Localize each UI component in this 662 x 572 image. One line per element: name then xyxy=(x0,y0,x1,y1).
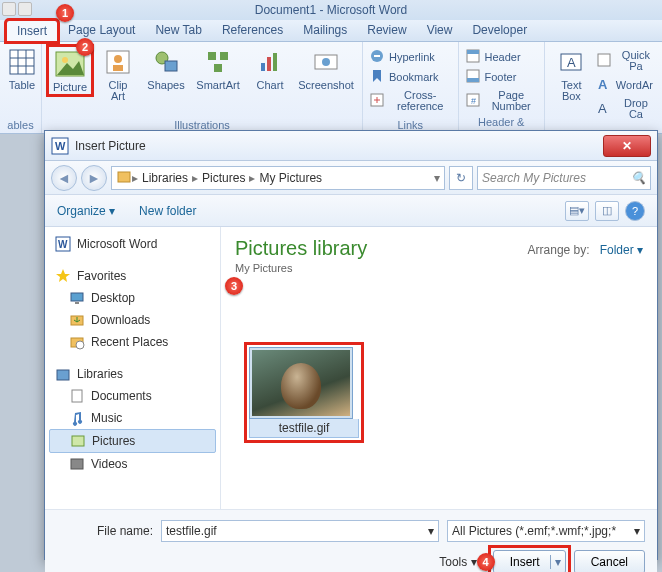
textbox-button[interactable]: A Text Box xyxy=(551,46,592,102)
chevron-down-icon: ▾ xyxy=(428,524,434,538)
svg-point-19 xyxy=(322,58,330,66)
svg-rect-35 xyxy=(118,172,130,182)
crumb-libraries[interactable]: Libraries xyxy=(138,171,192,185)
pagenum-button[interactable]: # Page Number xyxy=(465,88,538,112)
clipart-button[interactable]: Clip Art xyxy=(96,46,140,102)
svg-rect-12 xyxy=(208,52,216,60)
sidebar-item-label: Libraries xyxy=(77,367,123,381)
libraries-icon xyxy=(116,168,132,187)
sidebar-item-favorites[interactable]: Favorites xyxy=(49,265,216,287)
arrange-by-dropdown[interactable]: Folder ▾ xyxy=(600,243,643,257)
sidebar-item-downloads[interactable]: Downloads xyxy=(49,309,216,331)
svg-rect-30 xyxy=(598,54,610,66)
group-links: Hyperlink Bookmark Cross-reference Links xyxy=(363,42,459,133)
svg-rect-14 xyxy=(214,64,222,72)
insert-picture-dialog: W Insert Picture ✕ ◄ ► ▸ Libraries ▸ Pic… xyxy=(44,130,658,560)
crumb-pictures[interactable]: Pictures xyxy=(198,171,249,185)
new-folder-button[interactable]: New folder xyxy=(139,204,196,218)
desktop-icon xyxy=(69,290,85,306)
header-label: Header xyxy=(485,52,521,63)
forward-button[interactable]: ► xyxy=(81,165,107,191)
library-subtitle: My Pictures xyxy=(235,262,643,274)
tab-insert[interactable]: Insert xyxy=(6,20,58,42)
qat-item[interactable] xyxy=(18,2,32,16)
back-button[interactable]: ◄ xyxy=(51,165,77,191)
svg-text:A: A xyxy=(598,101,607,116)
crossref-button[interactable]: Cross-reference xyxy=(369,88,452,112)
shapes-button[interactable]: Shapes xyxy=(144,46,188,91)
hyperlink-button[interactable]: Hyperlink xyxy=(369,48,452,64)
sidebar-item-msword[interactable]: W Microsoft Word xyxy=(49,233,216,255)
music-icon xyxy=(69,410,85,426)
cancel-button[interactable]: Cancel xyxy=(574,550,645,572)
bookmark-label: Bookmark xyxy=(389,72,439,83)
qat-item[interactable] xyxy=(2,2,16,16)
svg-rect-45 xyxy=(72,436,84,446)
chevron-down-icon[interactable]: ▾ xyxy=(550,555,561,569)
help-button[interactable]: ? xyxy=(625,201,645,221)
crossref-label: Cross-reference xyxy=(389,90,452,112)
sidebar-item-videos[interactable]: Videos xyxy=(49,453,216,475)
annotation-marker-1: 1 xyxy=(56,4,74,22)
search-input[interactable]: Search My Pictures 🔍 xyxy=(477,166,651,190)
annotation-marker-2: 2 xyxy=(76,38,94,56)
tab-view[interactable]: View xyxy=(417,20,463,41)
sidebar-item-recent[interactable]: Recent Places xyxy=(49,331,216,353)
tab-page-layout[interactable]: Page Layout xyxy=(58,20,145,41)
sidebar-item-libraries[interactable]: Libraries xyxy=(49,363,216,385)
view-mode-button[interactable]: ▤▾ xyxy=(565,201,589,221)
close-icon: ✕ xyxy=(622,139,632,153)
file-filter-dropdown[interactable]: All Pictures (*.emf;*.wmf;*.jpg;* ▾ xyxy=(447,520,645,542)
chart-button[interactable]: Chart xyxy=(248,46,292,91)
clipart-label: Clip Art xyxy=(109,80,128,102)
crossref-icon xyxy=(369,92,385,108)
tab-mailings[interactable]: Mailings xyxy=(293,20,357,41)
sidebar-item-label: Microsoft Word xyxy=(77,237,157,251)
wordart-button[interactable]: A WordAr xyxy=(596,76,656,92)
insert-button[interactable]: Insert ▾ xyxy=(493,550,566,572)
star-icon xyxy=(55,268,71,284)
hyperlink-icon xyxy=(369,48,385,64)
header-button[interactable]: Header xyxy=(465,48,538,64)
sidebar-item-pictures[interactable]: Pictures xyxy=(49,429,216,453)
tab-review[interactable]: Review xyxy=(357,20,416,41)
sidebar-item-label: Music xyxy=(91,411,122,425)
dropcap-button[interactable]: A Drop Ca xyxy=(596,96,656,120)
close-button[interactable]: ✕ xyxy=(603,135,651,157)
smartart-button[interactable]: SmartArt xyxy=(192,46,244,91)
crumb-mypictures[interactable]: My Pictures xyxy=(255,171,326,185)
preview-pane-button[interactable]: ◫ xyxy=(595,201,619,221)
sidebar-item-label: Videos xyxy=(91,457,127,471)
svg-rect-15 xyxy=(261,63,265,71)
refresh-button[interactable]: ↻ xyxy=(449,166,473,190)
textbox-icon: A xyxy=(555,46,587,78)
shapes-icon xyxy=(150,46,182,78)
svg-rect-16 xyxy=(267,57,271,71)
sidebar-item-documents[interactable]: Documents xyxy=(49,385,216,407)
dialog-nav: ◄ ► ▸ Libraries ▸ Pictures ▸ My Pictures… xyxy=(45,161,657,195)
quickparts-button[interactable]: Quick Pa xyxy=(596,48,656,72)
sidebar-item-desktop[interactable]: Desktop xyxy=(49,287,216,309)
svg-rect-25 xyxy=(467,78,479,82)
tab-references[interactable]: References xyxy=(212,20,293,41)
footer-button[interactable]: Footer xyxy=(465,68,538,84)
tab-new-tab[interactable]: New Tab xyxy=(145,20,211,41)
tools-menu[interactable]: Tools ▾ xyxy=(439,555,476,569)
quickparts-icon xyxy=(596,52,612,68)
insert-label: Insert xyxy=(510,555,540,569)
file-thumbnail-testfile[interactable]: testfile.gif xyxy=(249,347,359,438)
breadcrumb[interactable]: ▸ Libraries ▸ Pictures ▸ My Pictures ▾ xyxy=(111,166,445,190)
filename-input[interactable]: testfile.gif ▾ xyxy=(161,520,439,542)
sidebar-item-music[interactable]: Music xyxy=(49,407,216,429)
app-title: Document1 - Microsoft Word xyxy=(255,3,408,17)
organize-menu[interactable]: Organize ▾ xyxy=(57,204,115,218)
tab-developer[interactable]: Developer xyxy=(462,20,537,41)
table-button[interactable]: Table xyxy=(6,46,38,91)
arrange-by: Arrange by: Folder ▾ xyxy=(528,243,643,257)
dialog-title: Insert Picture xyxy=(75,139,603,153)
filter-value: All Pictures (*.emf;*.wmf;*.jpg;* xyxy=(452,524,616,538)
screenshot-button[interactable]: Screenshot xyxy=(296,46,356,91)
dropcap-icon: A xyxy=(596,100,612,116)
pagenum-icon: # xyxy=(465,92,481,108)
bookmark-button[interactable]: Bookmark xyxy=(369,68,452,84)
